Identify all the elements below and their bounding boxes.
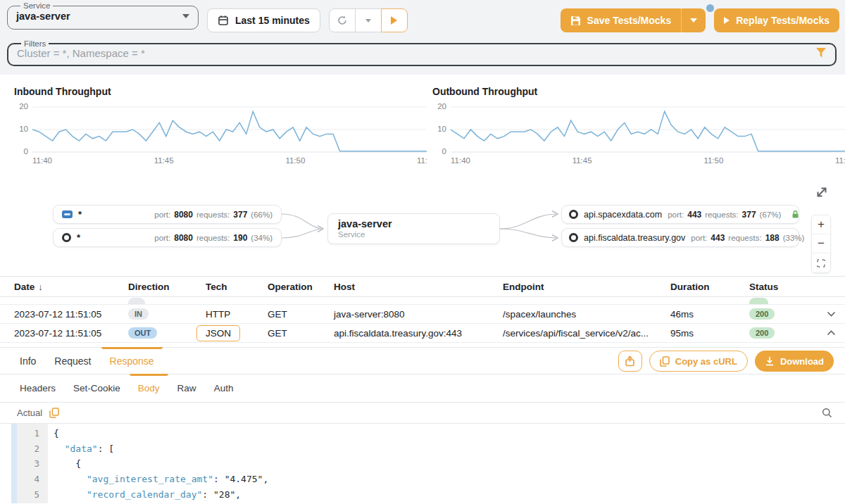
cell-operation: GET xyxy=(268,328,334,339)
column-direction[interactable]: Direction xyxy=(128,282,206,292)
subtab-body[interactable]: Body xyxy=(138,374,160,402)
save-icon xyxy=(570,15,581,26)
chevron-up-icon xyxy=(827,330,836,336)
y-axis: 20 10 0 xyxy=(432,104,451,155)
cell-operation: GET xyxy=(268,309,334,320)
cell-status: 200 xyxy=(749,308,817,320)
column-tech[interactable]: Tech xyxy=(206,282,268,292)
time-range-button[interactable]: Last 15 minutes xyxy=(207,8,320,32)
node-name: api.fiscaldata.treasury.gov xyxy=(584,233,685,243)
fit-view-button[interactable] xyxy=(812,253,830,272)
table-row[interactable]: 2023-07-12 11:51:05 IN HTTP GET java-ser… xyxy=(0,305,845,324)
copy-body-button[interactable] xyxy=(49,408,59,418)
chevron-down-icon xyxy=(365,19,371,23)
map-source-node[interactable]: * port:8080 requests:190 (34%) xyxy=(53,228,282,247)
cell-status: 200 xyxy=(749,327,817,339)
node-stats: port:443 requests:377 (67%) xyxy=(668,210,781,220)
service-node-name: java-server xyxy=(338,218,489,229)
table-row-partial[interactable] xyxy=(0,297,845,305)
replay-tests-mocks-label: Replay Tests/Mocks xyxy=(736,15,830,26)
map-destination-node[interactable]: api.spacexdata.com port:443 requests:377… xyxy=(561,205,799,224)
collapse-row-button[interactable] xyxy=(817,330,845,336)
cell-endpoint: /services/api/fiscal_service/v2/ac... xyxy=(503,328,670,339)
search-body-button[interactable] xyxy=(822,408,832,418)
editor-scrollbar[interactable] xyxy=(11,424,17,503)
direction-badge: IN xyxy=(128,308,149,320)
request-detail-panel: Info Request Response Copy as cURL Downl… xyxy=(0,347,845,503)
x-axis: 11:40 11:45 11:50 11:55 xyxy=(451,156,845,167)
x-axis: 11:40 11:45 11:50 11:55 xyxy=(32,156,427,167)
tab-response[interactable]: Response xyxy=(110,348,154,374)
external-host-icon xyxy=(569,233,578,242)
inbound-throughput-chart: Inbound Throughput 20 10 0 11:40 11:45 1… xyxy=(0,75,427,175)
toolbar: Service java-server Last 15 minutes xyxy=(0,0,845,35)
cell-direction: IN xyxy=(128,308,206,320)
run-controls xyxy=(329,8,408,32)
share-button[interactable] xyxy=(618,351,642,372)
column-date[interactable]: Date↓ xyxy=(14,282,128,292)
chart-title: Inbound Throughput xyxy=(14,86,427,97)
tech-selected-cell: JSON xyxy=(196,325,240,341)
body-toolbar: Actual xyxy=(0,402,845,423)
column-endpoint[interactable]: Endpoint xyxy=(503,282,670,292)
response-body-editor[interactable]: 1{ 2 "data": [ 3 { 4 "avg_interest_rate_… xyxy=(0,423,845,503)
tab-info[interactable]: Info xyxy=(20,348,36,374)
time-range-label: Last 15 minutes xyxy=(235,15,310,26)
zoom-out-button[interactable]: − xyxy=(812,234,830,253)
filters-input[interactable]: Filters Cluster = *, Namespace = * xyxy=(7,39,837,66)
column-duration[interactable]: Duration xyxy=(670,282,749,292)
code-line: 5 "record_calendar_day": "28", xyxy=(17,486,845,502)
column-status[interactable]: Status xyxy=(749,282,817,292)
throughput-charts: Inbound Throughput 20 10 0 11:40 11:45 1… xyxy=(0,75,845,175)
copy-icon xyxy=(49,408,59,418)
status-badge: 200 xyxy=(749,327,775,339)
node-stats: port:443 requests:188 (33%) xyxy=(691,233,804,243)
column-host[interactable]: Host xyxy=(334,282,503,292)
subtab-headers[interactable]: Headers xyxy=(20,374,56,402)
sort-desc-icon: ↓ xyxy=(38,282,43,292)
column-operation[interactable]: Operation xyxy=(268,282,334,292)
external-host-icon xyxy=(569,210,578,219)
refresh-button[interactable] xyxy=(329,8,356,32)
subtab-auth[interactable]: Auth xyxy=(214,374,234,402)
search-icon xyxy=(822,408,832,418)
filter-funnel-icon[interactable] xyxy=(815,48,827,58)
map-destination-node[interactable]: api.fiscaldata.treasury.gov port:443 req… xyxy=(561,228,799,247)
save-tests-mocks-label: Save Tests/Mocks xyxy=(587,15,672,26)
detail-actions: Copy as cURL Download xyxy=(618,351,834,372)
refresh-icon xyxy=(337,15,348,26)
outbound-throughput-chart: Outbound Throughput 20 10 0 11:40 11:45 … xyxy=(427,75,845,175)
code-line: 4 "avg_interest_rate_amt": "4.475", xyxy=(17,472,845,487)
node-name: * xyxy=(77,232,80,243)
service-label: Service xyxy=(20,1,53,10)
expand-map-button[interactable] xyxy=(813,183,831,201)
chevron-down-icon xyxy=(182,14,189,18)
cell-direction: OUT xyxy=(128,327,206,339)
copy-as-curl-button[interactable]: Copy as cURL xyxy=(649,351,748,372)
requests-table: Date↓ Direction Tech Operation Host Endp… xyxy=(0,276,845,343)
play-icon xyxy=(391,16,397,25)
save-tests-mocks-button[interactable]: Save Tests/Mocks xyxy=(561,8,706,32)
chevron-down-icon xyxy=(827,311,836,317)
play-icon xyxy=(724,17,730,24)
map-source-node[interactable]: * port:8080 requests:377 (66%) xyxy=(53,205,282,224)
detail-tabs: Info Request Response Copy as cURL Downl… xyxy=(0,347,845,374)
replay-tests-mocks-button[interactable]: Replay Tests/Mocks xyxy=(714,8,839,32)
tab-request[interactable]: Request xyxy=(54,348,91,374)
play-button[interactable] xyxy=(381,8,408,32)
cell-host: api.fiscaldata.treasury.gov:443 xyxy=(334,328,503,339)
filters-row: Filters Cluster = *, Namespace = * xyxy=(0,35,845,75)
refresh-options-button[interactable] xyxy=(355,8,382,32)
service-select[interactable]: Service java-server xyxy=(7,1,199,30)
subtab-set-cookie[interactable]: Set-Cookie xyxy=(73,374,120,402)
cell-endpoint: /spacex/launches xyxy=(503,309,670,320)
subtab-raw[interactable]: Raw xyxy=(177,374,196,402)
zoom-in-button[interactable]: + xyxy=(812,215,830,234)
table-row-selected[interactable]: 2023-07-12 11:51:05 OUT JSON GET api.fis… xyxy=(0,324,845,343)
map-service-node[interactable]: java-server Service xyxy=(327,213,500,244)
chart-title: Outbound Throughput xyxy=(432,86,845,97)
chart-plot-area xyxy=(32,104,427,155)
expand-row-button[interactable] xyxy=(817,311,845,317)
save-options-button[interactable] xyxy=(682,8,706,32)
download-button[interactable]: Download xyxy=(755,351,834,372)
